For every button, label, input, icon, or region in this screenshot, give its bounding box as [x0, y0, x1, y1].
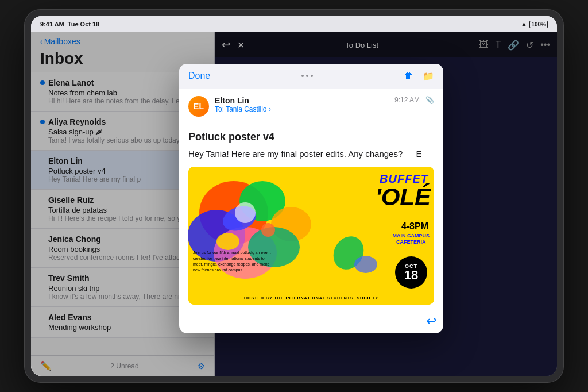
email-reply-area: ↩: [179, 312, 443, 333]
email-time: 9:12 AM: [394, 96, 420, 104]
poster-time: 4-8PM: [401, 221, 428, 232]
sender-initials: EL: [194, 102, 204, 111]
svg-point-11: [216, 233, 239, 250]
sender-avatar: EL: [188, 96, 209, 117]
poster-location: MAIN CAMPUSCAFETERIA: [393, 233, 430, 246]
email-header: EL Elton Lin To: Tania Castillo › 9:12 A…: [179, 89, 443, 124]
to-name[interactable]: Tania Castillo ›: [226, 105, 271, 113]
svg-point-9: [235, 202, 256, 223]
email-attachment: BUFFET 'OLÉ 4-8PM MAIN CAMPUSCAFETERIA J…: [188, 167, 434, 305]
battery-level: 100%: [531, 21, 546, 28]
to-label: To:: [215, 105, 224, 113]
email-modal: Done 🗑 📁 EL: [179, 64, 443, 333]
sender-name: Elton Lin: [215, 96, 389, 105]
folder-icon[interactable]: 📁: [423, 71, 434, 82]
poster-ole-text: 'OLÉ: [376, 185, 431, 209]
email-modal-overlay: Done 🗑 📁 EL: [31, 32, 557, 376]
main-area: ‹ Mailboxes Inbox Elena Lanot Notes from…: [31, 32, 557, 376]
svg-point-13: [354, 256, 377, 273]
poster-join: Join us for our fifth annual potluck, an…: [193, 250, 273, 272]
status-bar-right: ▲ 100%: [521, 20, 548, 28]
email-sender-info: Elton Lin To: Tania Castillo ›: [215, 96, 389, 113]
modal-toolbar: Done 🗑 📁: [179, 64, 443, 89]
wifi-icon: ▲: [521, 20, 528, 28]
poster-day: 18: [404, 269, 418, 282]
status-time: 9:41 AM: [40, 21, 64, 28]
done-button[interactable]: Done: [188, 71, 210, 81]
email-body: Hey Tania! Here are my final poster edit…: [179, 148, 443, 167]
attachment-clip-icon: 📎: [425, 96, 434, 104]
trash-icon[interactable]: 🗑: [404, 71, 413, 81]
modal-icons: 🗑 📁: [404, 71, 434, 82]
poster-hosted: HOSTED BY THE INTERNATIONAL STUDENTS' SO…: [188, 296, 434, 300]
ipad-screen: 9:41 AM Tue Oct 18 ▲ 100% ‹ Mailboxes: [31, 16, 557, 376]
svg-point-10: [261, 223, 275, 237]
drag-handle: [301, 75, 313, 77]
poster-image: BUFFET 'OLÉ 4-8PM MAIN CAMPUSCAFETERIA J…: [188, 167, 434, 305]
status-date: Tue Oct 18: [68, 21, 99, 28]
status-bar: 9:41 AM Tue Oct 18 ▲ 100%: [31, 16, 557, 32]
reply-icon[interactable]: ↩: [426, 314, 436, 329]
email-subject: Potluck poster v4: [179, 124, 443, 148]
email-to: To: Tania Castillo ›: [215, 105, 389, 113]
ipad-device: 9:41 AM Tue Oct 18 ▲ 100% ‹ Mailboxes: [24, 9, 564, 383]
status-bar-left: 9:41 AM Tue Oct 18: [40, 21, 99, 28]
battery-icon: 100%: [529, 21, 548, 28]
poster-date-circle: OCT 18: [395, 256, 427, 289]
